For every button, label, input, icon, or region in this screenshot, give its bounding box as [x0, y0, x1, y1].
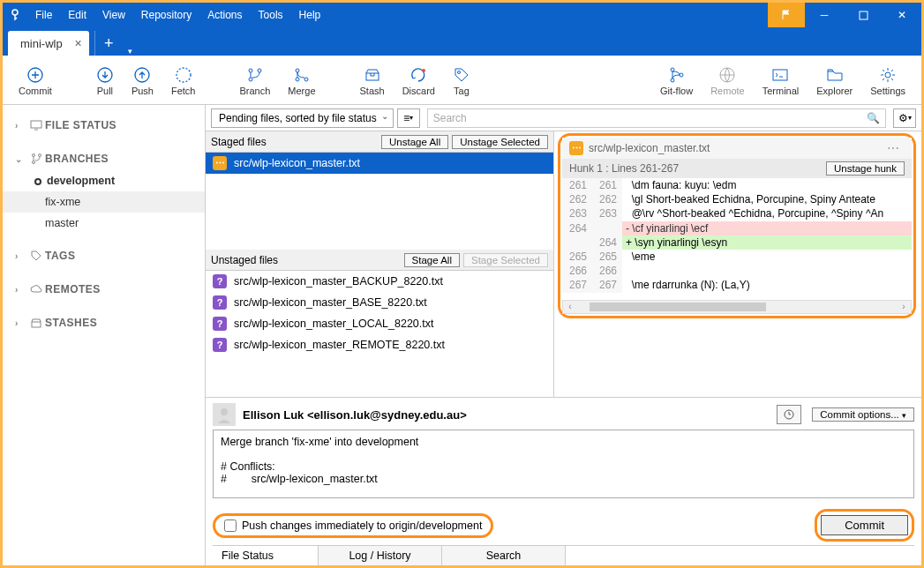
diff-body[interactable]: 261261 \dm fauna: kuyu: \edm262262 \gl S…: [562, 178, 912, 293]
bottom-tab-file-status[interactable]: File Status: [213, 546, 319, 565]
svg-point-24: [39, 154, 41, 157]
cloud-icon: [27, 283, 45, 295]
commit-area: Ellison Luk <ellison.luk@sydney.edu.au> …: [206, 397, 921, 565]
push-toolbar-button[interactable]: Push: [123, 56, 162, 105]
unstaged-files-list: ?src/wlp-lexicon_master_BACKUP_8220.txt?…: [206, 271, 553, 377]
modified-file-icon: ⋯: [213, 156, 227, 170]
unstaged-file-row[interactable]: ?src/wlp-lexicon_master_LOCAL_8220.txt: [206, 313, 553, 334]
pending-files-filter[interactable]: Pending files, sorted by file status: [211, 108, 394, 128]
sidebar-stashes-header[interactable]: › STASHES: [3, 311, 205, 334]
tag-small-icon: [27, 250, 45, 262]
commit-message-textarea[interactable]: [213, 430, 914, 498]
push-immediate-checkbox-wrap[interactable]: Push changes immediately to origin/devel…: [213, 513, 493, 538]
unstage-selected-button[interactable]: Unstage Selected: [452, 135, 548, 149]
unstaged-file-row[interactable]: ?src/wlp-lexicon_master_BACKUP_8220.txt: [206, 271, 553, 292]
chevron-down-icon: ⌄: [15, 154, 27, 164]
staged-files-header: Staged files Unstage All Unstage Selecte…: [206, 131, 553, 153]
diff-horizontal-scrollbar[interactable]: ‹›: [562, 300, 912, 314]
main-toolbar: Commit Pull Push Fetch Branch Merge Stas…: [3, 56, 921, 105]
branch-toolbar-button[interactable]: Branch: [230, 56, 279, 105]
svg-rect-1: [860, 11, 868, 19]
pull-toolbar-button[interactable]: Pull: [87, 56, 123, 105]
commit-author: Ellison Luk <ellison.luk@sydney.edu.au>: [243, 408, 467, 422]
sidebar-remotes-header[interactable]: › REMOTES: [3, 278, 205, 301]
diff-line[interactable]: 266266: [562, 264, 912, 278]
diff-line[interactable]: 263263 @\rv ^Short-beaked ^Echidna, Porc…: [562, 206, 912, 220]
settings-toolbar-button[interactable]: Settings: [861, 56, 914, 105]
close-window-button[interactable]: ✕: [883, 3, 921, 27]
gitflow-toolbar-button[interactable]: Git-flow: [651, 56, 702, 105]
sidebar-branches-header[interactable]: ⌄ BRANCHES: [3, 147, 205, 170]
unstage-hunk-button[interactable]: Unstage hunk: [826, 161, 905, 176]
sidebar-tags-header[interactable]: › TAGS: [3, 244, 205, 267]
terminal-toolbar-button[interactable]: Terminal: [754, 56, 808, 105]
view-mode-button[interactable]: ≡ ▾: [397, 108, 420, 128]
push-immediate-checkbox[interactable]: [224, 519, 237, 532]
menu-tools[interactable]: Tools: [251, 9, 291, 21]
tag-toolbar-button[interactable]: Tag: [444, 56, 479, 105]
file-search-input[interactable]: Search🔍: [427, 108, 886, 128]
explorer-toolbar-button[interactable]: Explorer: [808, 56, 861, 105]
search-icon: 🔍: [867, 112, 880, 124]
unstaged-file-row[interactable]: ?src/wlp-lexicon_master_BASE_8220.txt: [206, 292, 553, 313]
diff-line[interactable]: 265265 \eme: [562, 250, 912, 264]
staged-file-row[interactable]: ⋯ src/wlp-lexicon_master.txt: [206, 153, 553, 174]
discard-toolbar-button[interactable]: Discard: [394, 56, 444, 105]
fetch-toolbar-button[interactable]: Fetch: [162, 56, 205, 105]
diff-line[interactable]: 262262 \gl Short-beaked Echidna, Porcupi…: [562, 192, 912, 206]
menu-actions[interactable]: Actions: [199, 9, 250, 21]
diff-line[interactable]: 261261 \dm fauna: kuyu: \edm: [562, 178, 912, 192]
repo-tab[interactable]: mini-wlp ×: [8, 31, 89, 56]
sidebar-branch-development[interactable]: development: [3, 170, 205, 191]
add-tab-dropdown-icon[interactable]: ▾: [123, 47, 139, 56]
merge-toolbar-button[interactable]: Merge: [279, 56, 324, 105]
repo-tab-label: mini-wlp: [20, 37, 63, 50]
stash-toolbar-button[interactable]: Stash: [351, 56, 394, 105]
unknown-file-icon: ?: [213, 274, 227, 288]
commit-toolbar-button[interactable]: Commit: [10, 56, 61, 105]
bottom-tab-log[interactable]: Log / History: [319, 546, 442, 565]
file-settings-button[interactable]: ⚙▾: [893, 108, 916, 128]
hunk-label: Hunk 1 : Lines 261-267: [569, 162, 823, 175]
tag-icon: [453, 64, 470, 86]
unknown-file-icon: ?: [213, 295, 227, 310]
chevron-right-icon: ›: [15, 318, 27, 328]
svg-rect-21: [31, 121, 41, 128]
app-logo-icon: [3, 3, 27, 27]
diff-more-button[interactable]: ⋯: [882, 141, 905, 155]
diff-line[interactable]: 264- \cf yinarlingi \ecf: [562, 221, 912, 235]
menu-file[interactable]: File: [27, 9, 60, 21]
svg-point-17: [680, 73, 683, 77]
sidebar-branch-master[interactable]: master: [3, 213, 205, 234]
diff-line[interactable]: 264+ \syn yinarlingi \esyn: [562, 235, 912, 250]
menu-view[interactable]: View: [94, 9, 133, 21]
close-tab-icon[interactable]: ×: [74, 36, 81, 50]
remote-toolbar-button[interactable]: Remote: [702, 56, 754, 105]
maximize-button[interactable]: [844, 3, 883, 27]
svg-point-11: [304, 78, 308, 81]
sidebar-branch-fix-xme[interactable]: fix-xme: [3, 191, 205, 213]
commit-history-button[interactable]: [777, 405, 801, 424]
minimize-button[interactable]: ─: [805, 3, 844, 27]
stage-selected-button[interactable]: Stage Selected: [463, 253, 548, 267]
notification-flag-icon[interactable]: [768, 3, 805, 27]
svg-point-7: [249, 78, 252, 81]
menu-help[interactable]: Help: [291, 9, 329, 21]
menu-edit[interactable]: Edit: [60, 9, 94, 21]
commit-button[interactable]: Commit: [821, 515, 908, 535]
diff-line[interactable]: 267267 \me rdarrunka (N): (La,Y): [562, 278, 912, 292]
bottom-tab-search[interactable]: Search: [442, 546, 566, 565]
stage-all-button[interactable]: Stage All: [404, 253, 460, 267]
sidebar-file-status-header[interactable]: › FILE STATUS: [3, 114, 205, 137]
svg-point-20: [885, 72, 890, 78]
merge-icon: [293, 64, 311, 86]
commit-icon: [26, 64, 44, 86]
commit-options-button[interactable]: Commit options... ▾: [812, 407, 914, 422]
svg-point-14: [457, 71, 460, 73]
unstaged-file-row[interactable]: ?src/wlp-lexicon_master_REMOTE_8220.txt: [206, 334, 553, 355]
unstage-all-button[interactable]: Unstage All: [381, 135, 448, 149]
user-avatar-icon: [213, 403, 236, 426]
menu-repository[interactable]: Repository: [133, 9, 199, 21]
add-tab-button[interactable]: +: [94, 31, 123, 56]
filter-bar: Pending files, sorted by file status ≡ ▾…: [206, 105, 921, 131]
